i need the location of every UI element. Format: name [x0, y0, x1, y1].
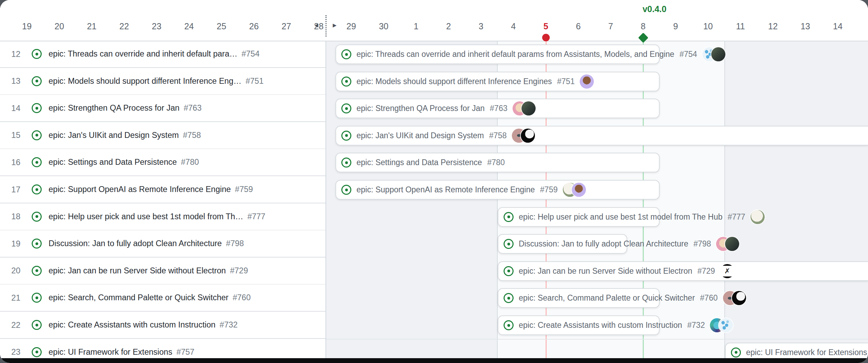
- issue-title[interactable]: epic: Jan's UIKit and Design System: [49, 131, 179, 140]
- roadmap-bar-content[interactable]: epic: UI Framework for Extensions #757: [725, 343, 868, 359]
- row-number: 16: [0, 158, 32, 167]
- issue-number[interactable]: #759: [235, 185, 253, 194]
- avatar-moon: [732, 291, 746, 305]
- day-label-26: 26: [238, 21, 270, 31]
- table-row[interactable]: 21 epic: Search, Command Palette or Quic…: [0, 284, 326, 312]
- row-number: 22: [0, 320, 32, 330]
- issue-title[interactable]: epic: Create Assistants with custom Inst…: [49, 320, 216, 330]
- open-issue-icon: [32, 320, 42, 330]
- project-roadmap-window: epic: Threads can override and inherit d…: [0, 0, 868, 363]
- table-row[interactable]: 22 epic: Create Assistants with custom I…: [0, 312, 326, 339]
- issue-title[interactable]: epic: Strengthen QA Process for Jan: [49, 103, 179, 113]
- issue-number: #732: [687, 321, 705, 330]
- assignee-avatars[interactable]: [751, 210, 765, 224]
- roadmap-bar-content[interactable]: epic: Threads can override and inherit d…: [335, 44, 725, 64]
- issue-number[interactable]: #732: [220, 320, 238, 330]
- table-row[interactable]: 15 epic: Jan's UIKit and Design System #…: [0, 122, 326, 149]
- row-number: 18: [0, 212, 32, 221]
- issue-title: epic: Help user pick and use best 1st mo…: [519, 212, 723, 222]
- issue-title: epic: Support OpenAI as Remote Inference…: [356, 185, 535, 194]
- day-label-14: 14: [822, 21, 854, 31]
- open-issue-icon: [32, 184, 42, 194]
- table-row[interactable]: 18 epic: Help user pick and use best 1st…: [0, 203, 326, 231]
- assignee-avatars[interactable]: [513, 101, 536, 115]
- open-issue-icon: [32, 212, 42, 222]
- table-row[interactable]: 12 epic: Threads can override and inheri…: [0, 41, 326, 68]
- day-label-23: 23: [141, 21, 173, 31]
- issue-number[interactable]: #777: [247, 212, 265, 221]
- day-label-5: 5: [530, 21, 562, 31]
- issue-number: #777: [728, 212, 745, 222]
- issue-title[interactable]: epic: Models should support different In…: [49, 77, 241, 86]
- assignee-avatars[interactable]: [512, 129, 535, 143]
- open-issue-icon: [32, 293, 42, 303]
- open-issue-icon: [341, 185, 351, 195]
- roadmap-bar-content[interactable]: epic: Strengthen QA Process for Jan #763: [335, 99, 536, 118]
- row-number: 15: [0, 130, 32, 140]
- assignee-avatars[interactable]: [723, 291, 746, 305]
- roadmap-bar-content[interactable]: epic: Create Assistants with custom Inst…: [498, 315, 733, 335]
- issue-number[interactable]: #729: [230, 266, 248, 275]
- roadmap-bar-content[interactable]: epic: Help user pick and use best 1st mo…: [498, 207, 765, 227]
- avatar-jan-pixel: [719, 318, 733, 332]
- day-label-30: 30: [368, 21, 400, 31]
- assignee-avatars[interactable]: [702, 47, 725, 61]
- issue-title[interactable]: epic: Search, Command Palette or Quick S…: [49, 293, 228, 302]
- issue-title[interactable]: epic: Settings and Data Persistence: [49, 158, 177, 167]
- day-label-13: 13: [789, 21, 822, 31]
- day-label-21: 21: [75, 21, 108, 31]
- table-row[interactable]: 14 epic: Strengthen QA Process for Jan #…: [0, 95, 326, 122]
- roadmap-bar-content[interactable]: epic: Search, Command Palette or Quick S…: [498, 288, 746, 308]
- day-label-12: 12: [757, 21, 789, 31]
- roadmap-chart-area[interactable]: epic: Threads can override and inherit d…: [326, 41, 868, 359]
- issue-number[interactable]: #798: [226, 239, 244, 248]
- issue-title[interactable]: epic: Threads can override and inherit d…: [49, 49, 237, 59]
- issue-number[interactable]: #758: [183, 131, 201, 140]
- assignee-avatars[interactable]: ✗: [720, 264, 734, 278]
- issue-number[interactable]: #754: [241, 49, 259, 59]
- day-label-19: 19: [11, 21, 43, 31]
- roadmap-bar-content[interactable]: epic: Jan can be run Server Side without…: [498, 261, 734, 281]
- roadmap-bar-content[interactable]: epic: Jan's UIKit and Design System #758: [335, 126, 535, 145]
- issue-number[interactable]: #757: [176, 347, 194, 357]
- issue-number: #754: [680, 50, 697, 59]
- day-label-11: 11: [724, 21, 757, 31]
- assignee-avatars[interactable]: [710, 318, 733, 332]
- assignee-avatars[interactable]: [563, 183, 586, 197]
- milestone-diamond-icon[interactable]: [638, 33, 649, 43]
- avatar-moon: [521, 129, 535, 143]
- avatar-white-cat: [751, 210, 765, 224]
- table-row[interactable]: 19 Discussion: Jan to fully adopt Clean …: [0, 230, 326, 258]
- issue-title: epic: Threads can override and inherit d…: [356, 50, 674, 59]
- issue-title: epic: Jan's UIKit and Design System: [356, 131, 484, 140]
- issue-title[interactable]: Discussion: Jan to fully adopt Clean Arc…: [49, 239, 222, 248]
- column-resize-handle[interactable]: ◂▸: [318, 15, 333, 37]
- table-row[interactable]: 17 epic: Support OpenAI as Remote Infere…: [0, 176, 326, 203]
- horizontal-scrollbar[interactable]: [0, 358, 868, 363]
- table-row[interactable]: 16 epic: Settings and Data Persistence #…: [0, 149, 326, 176]
- issue-title: epic: Models should support different In…: [356, 77, 552, 86]
- issue-title[interactable]: epic: Jan can be run Server Side without…: [49, 266, 226, 275]
- roadmap-bar-content[interactable]: epic: Settings and Data Persistence #780: [335, 153, 505, 172]
- table-row[interactable]: 13 epic: Models should support different…: [0, 68, 326, 95]
- roadmap-bar-content[interactable]: epic: Support OpenAI as Remote Inference…: [335, 180, 586, 200]
- assignee-avatars[interactable]: [716, 237, 739, 251]
- issue-title[interactable]: epic: UI Framework for Extensions: [49, 347, 172, 357]
- roadmap-bar-content[interactable]: epic: Models should support different In…: [335, 72, 594, 91]
- issue-number[interactable]: #751: [246, 77, 264, 86]
- issue-number[interactable]: #760: [232, 293, 250, 302]
- open-issue-icon: [341, 158, 351, 168]
- assignee-avatars[interactable]: [580, 74, 594, 89]
- issue-number[interactable]: #763: [184, 103, 202, 113]
- milestone-label[interactable]: v0.4.0: [603, 4, 706, 14]
- issue-number[interactable]: #780: [181, 158, 199, 167]
- roadmap-bar-content[interactable]: Discussion: Jan to fully adopt Clean Arc…: [498, 234, 739, 254]
- open-issue-icon: [341, 49, 351, 59]
- issue-title[interactable]: epic: Help user pick and use best 1st mo…: [49, 212, 243, 221]
- day-label-3: 3: [465, 21, 497, 31]
- issue-number: #758: [489, 131, 507, 140]
- issue-title[interactable]: epic: Support OpenAI as Remote Inference…: [49, 185, 231, 194]
- day-label-25: 25: [205, 21, 238, 31]
- table-row[interactable]: 20 epic: Jan can be run Server Side with…: [0, 258, 326, 285]
- issue-number: #763: [490, 104, 507, 113]
